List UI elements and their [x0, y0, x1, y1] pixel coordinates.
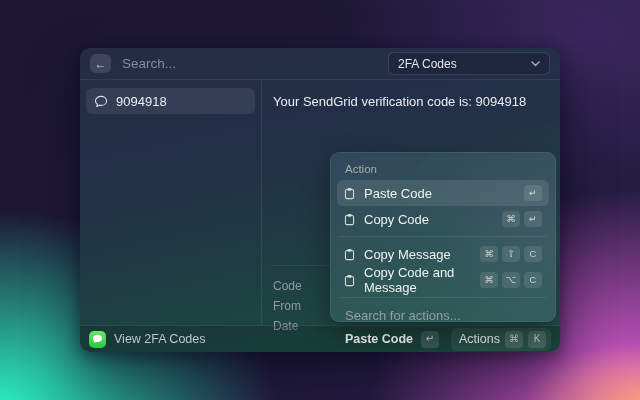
primary-action-button[interactable]: Paste Code [345, 332, 413, 346]
message-text: Your SendGrid verification code is: 9094… [262, 80, 560, 109]
dropdown-value: 2FA Codes [398, 57, 531, 71]
cmd-key-badge: ⌘ [480, 246, 498, 262]
speech-bubble-icon [94, 95, 108, 108]
action-item-copy-message[interactable]: Copy Message ⌘ ⇧ C [337, 241, 549, 267]
list-item-code[interactable]: 9094918 [86, 88, 255, 114]
action-label: Copy Code and Message [364, 265, 471, 295]
return-key-badge: ↵ [524, 211, 542, 227]
action-label: Copy Code [364, 212, 493, 227]
clipboard-icon [344, 274, 355, 287]
chevron-down-icon [531, 61, 540, 67]
action-item-copy-code[interactable]: Copy Code ⌘ ↵ [337, 206, 549, 232]
cmd-key-badge: ⌘ [480, 272, 498, 288]
c-key-badge: C [524, 272, 542, 288]
meta-label-from: From [273, 296, 302, 316]
clipboard-icon [344, 213, 355, 226]
cmd-key-badge: ⌘ [505, 331, 523, 348]
cmd-key-badge: ⌘ [502, 211, 520, 227]
option-key-badge: ⌥ [502, 272, 520, 288]
back-arrow-icon: ← [95, 58, 107, 70]
back-button[interactable]: ← [90, 54, 111, 73]
app-window: ← Search... 2FA Codes 9094918 Your SendG… [80, 48, 560, 352]
status-bar: View 2FA Codes Paste Code ↵ Actions ⌘ K [80, 325, 560, 352]
list-item-label: 9094918 [116, 94, 167, 109]
action-search-placeholder: Search for actions... [345, 308, 461, 323]
command-title: View 2FA Codes [114, 332, 337, 346]
c-key-badge: C [524, 246, 542, 262]
search-input[interactable]: Search... [122, 56, 388, 71]
clipboard-icon [344, 187, 355, 200]
panel-divider [339, 236, 547, 237]
k-key-badge: K [528, 331, 546, 348]
actions-menu-button[interactable]: Actions ⌘ K [451, 328, 551, 351]
action-item-copy-code-and-message[interactable]: Copy Code and Message ⌘ ⌥ C [337, 267, 549, 293]
action-label: Copy Message [364, 247, 471, 262]
messages-app-icon [89, 331, 106, 348]
top-bar: ← Search... 2FA Codes [80, 48, 560, 80]
action-panel-title: Action [337, 158, 549, 180]
return-key-badge: ↵ [421, 331, 439, 348]
actions-label: Actions [459, 332, 500, 346]
command-dropdown[interactable]: 2FA Codes [388, 52, 550, 75]
shift-key-badge: ⇧ [502, 246, 520, 262]
results-list: 9094918 [80, 80, 262, 325]
clipboard-icon [344, 248, 355, 261]
action-search-input[interactable]: Search for actions... [337, 302, 549, 329]
meta-label-code: Code [273, 276, 302, 296]
action-item-paste-code[interactable]: Paste Code ↵ [337, 180, 549, 206]
footer-actions: Paste Code ↵ Actions ⌘ K [345, 328, 551, 351]
action-panel: Action Paste Code ↵ Copy Code ⌘ ↵ Copy M… [330, 152, 556, 322]
panel-divider [339, 297, 547, 298]
return-key-badge: ↵ [524, 185, 542, 201]
action-label: Paste Code [364, 186, 515, 201]
